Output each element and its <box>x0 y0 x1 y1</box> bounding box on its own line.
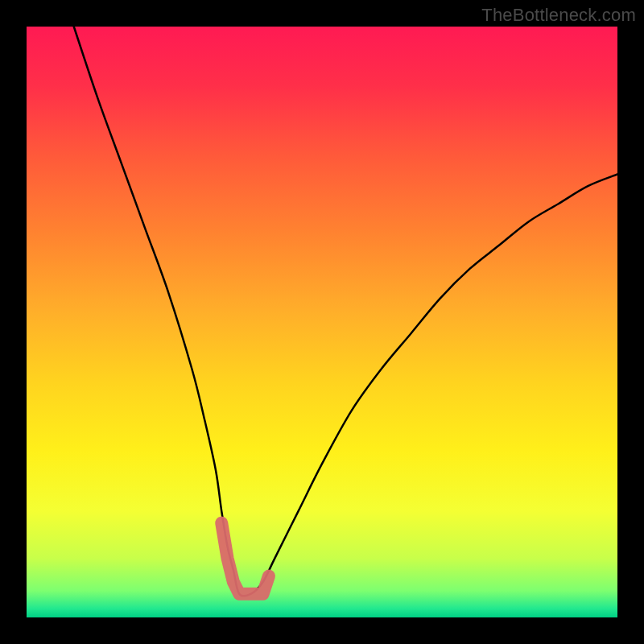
highlight-segment <box>221 523 269 594</box>
watermark-text: TheBottleneck.com <box>481 5 636 26</box>
plot-area <box>27 27 617 617</box>
bottleneck-curve <box>74 27 617 596</box>
chart-frame: TheBottleneck.com <box>0 0 644 644</box>
curve-overlay <box>27 27 617 617</box>
